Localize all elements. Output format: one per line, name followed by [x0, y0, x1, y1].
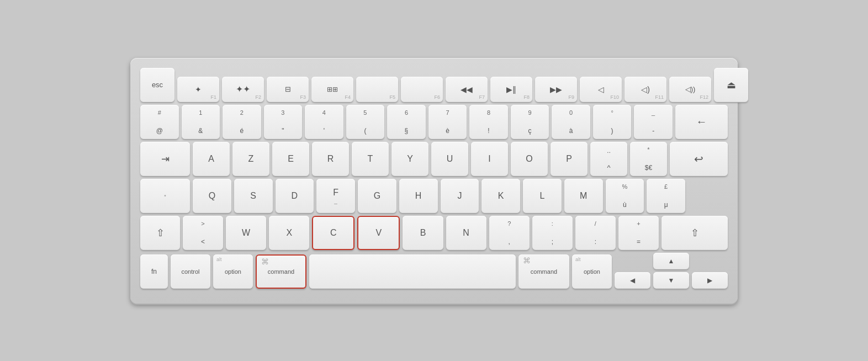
key-f2[interactable]: ✦✦ F2 — [222, 77, 264, 102]
key-w[interactable]: W — [226, 216, 266, 250]
key-f[interactable]: F _ — [316, 179, 355, 213]
num-row: # @ 1 & 2 é 3 " 4 ' — [140, 105, 728, 139]
key-o[interactable]: O — [511, 142, 548, 176]
key-2[interactable]: 2 é — [223, 105, 261, 139]
key-g[interactable]: G — [358, 179, 396, 213]
key-i[interactable]: I — [471, 142, 508, 176]
key-7[interactable]: 7 è — [428, 105, 467, 139]
key-0[interactable]: 0 à — [552, 105, 590, 139]
fn-row: esc ✦ F1 ✦✦ F2 ⊟ F3 ⊞⊞ F4 F5 F6 ◀◀ F7 ▶‖ — [140, 68, 728, 102]
key-f5[interactable]: F5 — [356, 77, 398, 102]
key-r[interactable]: R — [312, 142, 349, 176]
key-f11[interactable]: ◁) F11 — [624, 77, 666, 102]
key-backspace[interactable]: ← — [675, 105, 728, 139]
key-shift-right[interactable]: ⇧ — [661, 216, 728, 250]
key-f8[interactable]: ▶‖ F8 — [490, 77, 532, 102]
key-esc[interactable]: esc — [140, 68, 174, 102]
bottom-row: fn control alt option ⌘ command ⌘ comman… — [140, 253, 728, 289]
key-arrow-down[interactable]: ▼ — [653, 272, 689, 289]
key-f10[interactable]: ◁ F10 — [580, 77, 622, 102]
key-hash[interactable]: # @ — [140, 105, 179, 139]
key-k[interactable]: K — [481, 179, 520, 213]
key-s[interactable]: S — [234, 179, 273, 213]
key-h[interactable]: H — [399, 179, 438, 213]
key-f12[interactable]: ◁)) F12 — [669, 77, 711, 102]
key-eject[interactable]: ⏏ — [714, 68, 748, 102]
key-m[interactable]: M — [564, 179, 603, 213]
key-arrow-up[interactable]: ▲ — [653, 253, 689, 269]
key-8[interactable]: 8 ! — [469, 105, 508, 139]
key-option-right[interactable]: alt option — [572, 254, 612, 289]
key-plus[interactable]: + = — [618, 216, 659, 250]
arrow-keys: ▲ ◀ ▼ ▶ — [615, 253, 728, 289]
key-slash[interactable]: / : — [575, 216, 616, 250]
key-l[interactable]: L — [523, 179, 562, 213]
keyboard: esc ✦ F1 ✦✦ F2 ⊟ F3 ⊞⊞ F4 F5 F6 ◀◀ F7 ▶‖ — [130, 58, 738, 304]
key-command-right[interactable]: ⌘ command — [518, 254, 569, 289]
key-y[interactable]: Y — [391, 142, 428, 176]
key-colon[interactable]: : ; — [532, 216, 573, 250]
key-f3[interactable]: ⊟ F3 — [267, 77, 309, 102]
key-1[interactable]: 1 & — [182, 105, 220, 139]
key-9[interactable]: 9 ç — [511, 105, 549, 139]
key-d[interactable]: D — [276, 179, 314, 213]
key-tab[interactable]: ⇥ — [140, 142, 190, 176]
key-x[interactable]: X — [269, 216, 309, 250]
shift-row: ⇧ > < W X C V B N ? , — [140, 216, 728, 250]
key-3[interactable]: 3 " — [264, 105, 303, 139]
key-t[interactable]: T — [352, 142, 389, 176]
key-e[interactable]: E — [272, 142, 309, 176]
key-command-left[interactable]: ⌘ command — [256, 254, 306, 289]
key-control[interactable]: control — [171, 254, 210, 289]
key-shift-left[interactable]: ⇧ — [140, 216, 180, 250]
key-f4[interactable]: ⊞⊞ F4 — [311, 77, 353, 102]
key-z[interactable]: Z — [232, 142, 269, 176]
key-angle-bracket[interactable]: > < — [183, 216, 223, 250]
key-pound[interactable]: £ μ — [647, 179, 685, 213]
caps-row: • Q S D F _ G H J K L M — [140, 179, 728, 213]
key-option-left[interactable]: alt option — [213, 254, 253, 289]
key-degree[interactable]: ° ) — [593, 105, 632, 139]
key-arrow-left[interactable]: ◀ — [615, 272, 650, 289]
key-n[interactable]: N — [446, 216, 486, 250]
key-b[interactable]: B — [403, 216, 443, 250]
key-u[interactable]: U — [431, 142, 468, 176]
key-q[interactable]: Q — [193, 179, 231, 213]
key-f6[interactable]: F6 — [401, 77, 443, 102]
key-fn[interactable]: fn — [140, 254, 168, 289]
key-a[interactable]: A — [193, 142, 230, 176]
key-f9[interactable]: ▶▶ F9 — [535, 77, 577, 102]
key-dollar[interactable]: * $€ — [630, 142, 667, 176]
key-p[interactable]: P — [551, 142, 588, 176]
key-return[interactable]: ↩ — [670, 142, 728, 176]
key-j[interactable]: J — [441, 179, 479, 213]
key-caps-lock[interactable]: • — [140, 179, 190, 213]
key-caret[interactable]: .. ^ — [590, 142, 627, 176]
key-v[interactable]: V — [357, 216, 400, 250]
key-arrow-right[interactable]: ▶ — [692, 272, 728, 289]
key-c[interactable]: C — [312, 216, 354, 250]
key-4[interactable]: 4 ' — [305, 105, 343, 139]
key-5[interactable]: 5 ( — [346, 105, 385, 139]
key-f7[interactable]: ◀◀ F7 — [446, 77, 488, 102]
key-question[interactable]: ? , — [489, 216, 530, 250]
key-percent[interactable]: % ù — [606, 179, 644, 213]
key-space[interactable] — [309, 254, 516, 289]
tab-row: ⇥ A Z E R T Y U I O P — [140, 142, 728, 176]
key-6[interactable]: 6 § — [387, 105, 426, 139]
key-f1[interactable]: ✦ F1 — [177, 77, 219, 102]
key-underscore[interactable]: _ - — [634, 105, 673, 139]
